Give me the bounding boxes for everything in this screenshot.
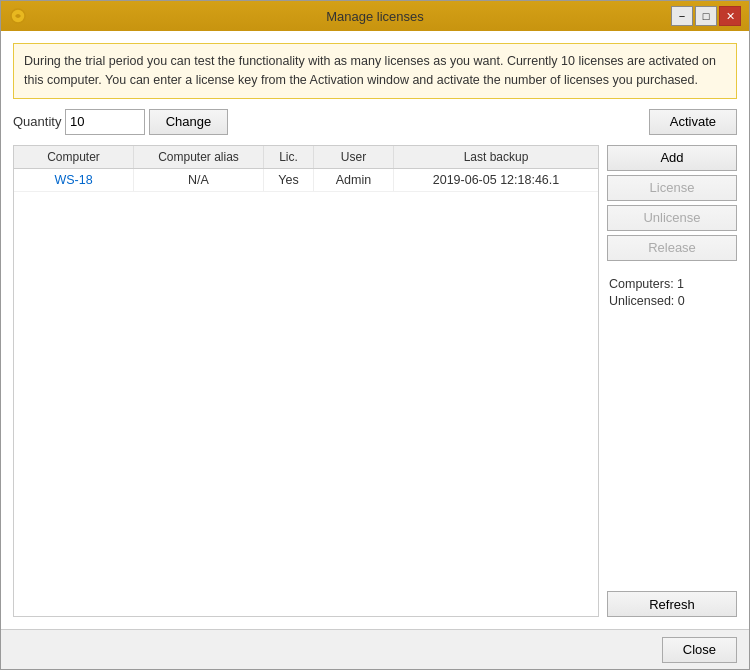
stats-area: Computers: 1 Unlicensed: 0 bbox=[607, 273, 737, 312]
cell-user: Admin bbox=[314, 169, 394, 191]
table-area: Computer Computer alias Lic. User Last b… bbox=[13, 145, 599, 618]
activate-button[interactable]: Activate bbox=[649, 109, 737, 135]
col-header-lic: Lic. bbox=[264, 146, 314, 168]
table-body: WS-18 N/A Yes Admin 2019-06-05 12:18:46.… bbox=[14, 169, 598, 617]
table-header: Computer Computer alias Lic. User Last b… bbox=[14, 146, 598, 169]
maximize-button[interactable]: □ bbox=[695, 6, 717, 26]
unlicense-button[interactable]: Unlicense bbox=[607, 205, 737, 231]
computers-stat: Computers: 1 bbox=[609, 277, 735, 291]
cell-alias: N/A bbox=[134, 169, 264, 191]
cell-lic: Yes bbox=[264, 169, 314, 191]
quantity-label: Quantity bbox=[13, 114, 61, 129]
cell-computer[interactable]: WS-18 bbox=[14, 169, 134, 191]
bottom-bar: Close bbox=[1, 629, 749, 669]
add-button[interactable]: Add bbox=[607, 145, 737, 171]
release-button[interactable]: Release bbox=[607, 235, 737, 261]
quantity-input[interactable] bbox=[65, 109, 145, 135]
app-icon bbox=[9, 7, 27, 25]
window-controls: − □ ✕ bbox=[671, 6, 741, 26]
col-header-computer: Computer bbox=[14, 146, 134, 168]
license-button[interactable]: License bbox=[607, 175, 737, 201]
minimize-button[interactable]: − bbox=[671, 6, 693, 26]
manage-licenses-window: Manage licenses − □ ✕ During the trial p… bbox=[0, 0, 750, 670]
unlicensed-stat: Unlicensed: 0 bbox=[609, 294, 735, 308]
col-header-alias: Computer alias bbox=[134, 146, 264, 168]
close-titlebar-button[interactable]: ✕ bbox=[719, 6, 741, 26]
table-row[interactable]: WS-18 N/A Yes Admin 2019-06-05 12:18:46.… bbox=[14, 169, 598, 192]
main-area: Computer Computer alias Lic. User Last b… bbox=[13, 145, 737, 618]
title-bar: Manage licenses − □ ✕ bbox=[1, 1, 749, 31]
info-box: During the trial period you can test the… bbox=[13, 43, 737, 99]
window-title: Manage licenses bbox=[326, 9, 424, 24]
refresh-button[interactable]: Refresh bbox=[607, 591, 737, 617]
sidebar: Add License Unlicense Release Computers:… bbox=[607, 145, 737, 618]
main-content: During the trial period you can test the… bbox=[1, 31, 749, 629]
col-header-backup: Last backup bbox=[394, 146, 598, 168]
close-window-button[interactable]: Close bbox=[662, 637, 737, 663]
change-button[interactable]: Change bbox=[149, 109, 229, 135]
info-text: During the trial period you can test the… bbox=[24, 54, 716, 87]
cell-backup: 2019-06-05 12:18:46.1 bbox=[394, 169, 598, 191]
col-header-user: User bbox=[314, 146, 394, 168]
quantity-activate-row: Quantity Change Activate bbox=[13, 109, 737, 135]
